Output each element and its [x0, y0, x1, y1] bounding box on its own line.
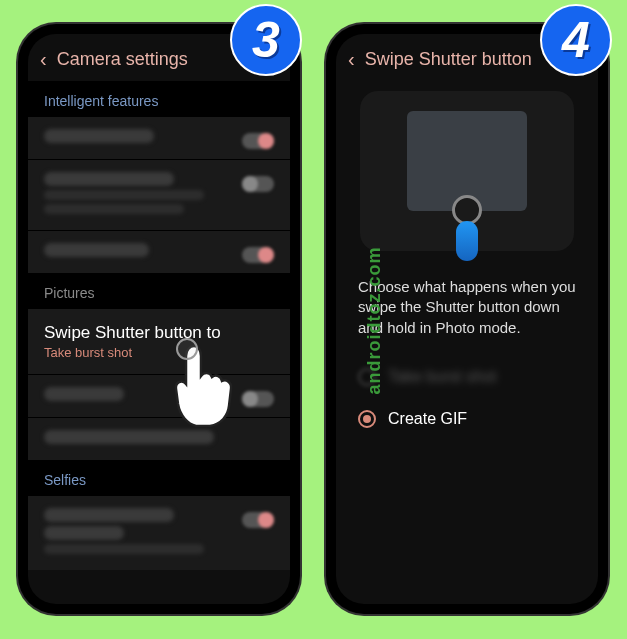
- row-shot-suggestions[interactable]: [28, 160, 290, 230]
- toggle-icon[interactable]: [242, 247, 274, 263]
- phone-frame-left: ‹ Camera settings Intelligent features P…: [18, 24, 300, 614]
- section-pictures: Pictures: [28, 273, 290, 309]
- screen-left: ‹ Camera settings Intelligent features P…: [28, 34, 290, 604]
- row-swipe-shutter[interactable]: Swipe Shutter button to Take burst shot: [28, 309, 290, 374]
- watermark: androidtoz.com: [364, 247, 385, 395]
- section-selfies: Selfies: [28, 460, 290, 496]
- swipe-illustration: [360, 91, 574, 251]
- blurred-label: [44, 526, 124, 540]
- back-icon[interactable]: ‹: [40, 48, 47, 71]
- row-scan-qr[interactable]: [28, 231, 290, 273]
- blurred-label: [44, 430, 214, 444]
- section-intelligent: Intelligent features: [28, 81, 290, 117]
- row-scene-optimiser[interactable]: [28, 117, 290, 159]
- toggle-icon[interactable]: [242, 391, 274, 407]
- step-badge-4: 4: [540, 4, 612, 76]
- blurred-subtext: [44, 190, 204, 200]
- blurred-label: [44, 508, 174, 522]
- page-title: Swipe Shutter button: [365, 49, 532, 70]
- swipe-shutter-subtitle: Take burst shot: [44, 345, 274, 360]
- option-label: Take burst shot: [388, 368, 497, 386]
- radio-selected-icon: [358, 410, 376, 428]
- blurred-label: [44, 172, 174, 186]
- option-label: Create GIF: [388, 410, 467, 428]
- toggle-icon[interactable]: [242, 512, 274, 528]
- toggle-icon[interactable]: [242, 133, 274, 149]
- blurred-subtext: [44, 204, 184, 214]
- blurred-label: [44, 243, 149, 257]
- blurred-subtext: [44, 544, 204, 554]
- swipe-shutter-title: Swipe Shutter button to: [44, 323, 274, 343]
- option-create-gif[interactable]: Create GIF: [336, 398, 598, 440]
- illus-viewport: [407, 111, 527, 211]
- row-watermark[interactable]: [28, 375, 290, 417]
- swipe-down-icon: [456, 221, 478, 261]
- back-icon[interactable]: ‹: [348, 48, 355, 71]
- blurred-label: [44, 387, 124, 401]
- row-save-selfies[interactable]: [28, 496, 290, 570]
- page-title: Camera settings: [57, 49, 188, 70]
- step-badge-3: 3: [230, 4, 302, 76]
- blurred-label: [44, 129, 154, 143]
- toggle-icon[interactable]: [242, 176, 274, 192]
- row-advanced-picture[interactable]: [28, 418, 290, 460]
